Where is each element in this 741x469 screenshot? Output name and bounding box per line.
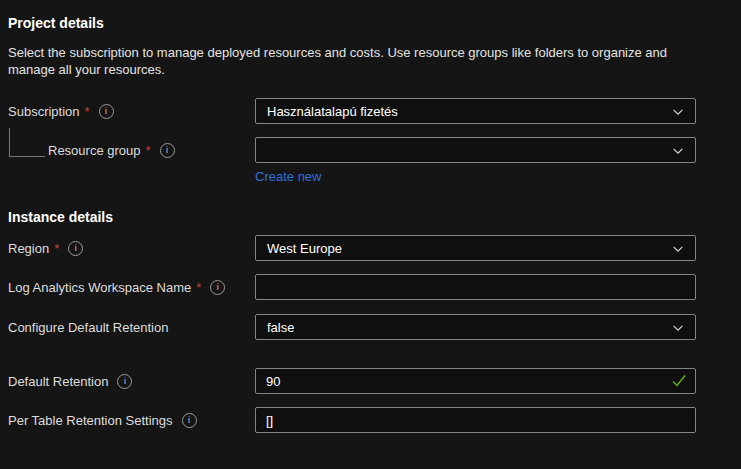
info-icon[interactable]: i xyxy=(117,374,132,389)
chevron-down-icon xyxy=(671,144,685,158)
resource-group-dropdown[interactable] xyxy=(255,137,696,163)
region-dropdown[interactable]: West Europe xyxy=(255,235,696,261)
default-retention-label: Default Retention xyxy=(8,374,108,389)
info-icon[interactable]: i xyxy=(99,104,114,119)
configure-default-retention-dropdown[interactable]: false xyxy=(255,314,696,340)
tree-connector xyxy=(9,128,45,157)
default-retention-input[interactable] xyxy=(255,368,696,394)
create-new-row: Create new xyxy=(255,167,741,185)
chevron-down-icon xyxy=(671,242,685,256)
chevron-down-icon xyxy=(671,105,685,119)
field-row-default-retention: Default Retention i xyxy=(8,368,741,394)
per-table-retention-input-wrap xyxy=(255,407,696,433)
workspace-name-input-wrap xyxy=(255,274,696,300)
required-asterisk: * xyxy=(54,241,59,256)
subscription-label: Subscription xyxy=(8,104,80,119)
info-icon-glyph: i xyxy=(75,242,77,255)
field-row-workspace-name: Log Analytics Workspace Name * i xyxy=(8,274,741,300)
info-icon-glyph: i xyxy=(105,105,107,118)
configure-default-retention-label: Configure Default Retention xyxy=(8,320,168,335)
info-icon-glyph: i xyxy=(124,375,126,388)
resource-group-label: Resource group xyxy=(48,143,141,158)
configure-default-retention-label-cell: Configure Default Retention xyxy=(8,320,255,335)
info-icon-glyph: i xyxy=(217,281,219,294)
subscription-label-cell: Subscription * i xyxy=(8,104,255,119)
default-retention-label-cell: Default Retention i xyxy=(8,374,255,389)
per-table-retention-input[interactable] xyxy=(255,407,696,433)
workspace-name-label: Log Analytics Workspace Name xyxy=(8,280,191,295)
project-details-description: Select the subscription to manage deploy… xyxy=(8,44,676,78)
required-asterisk: * xyxy=(85,104,90,119)
subscription-dropdown[interactable]: Használatalapú fizetés xyxy=(255,98,696,124)
info-icon[interactable]: i xyxy=(68,241,83,256)
region-dropdown-value: West Europe xyxy=(256,241,342,256)
workspace-name-label-cell: Log Analytics Workspace Name * i xyxy=(8,280,255,295)
info-icon-glyph: i xyxy=(166,144,168,157)
required-asterisk: * xyxy=(196,280,201,295)
info-icon-glyph: i xyxy=(188,414,190,427)
field-row-resource-group: Resource group * i xyxy=(8,137,741,163)
configure-default-retention-dropdown-value: false xyxy=(256,320,294,335)
create-new-link[interactable]: Create new xyxy=(255,169,321,184)
form-panel: Project details Select the subscription … xyxy=(0,0,741,469)
field-row-configure-default-retention: Configure Default Retention false xyxy=(8,314,741,340)
info-icon[interactable]: i xyxy=(182,413,197,428)
instance-details-heading: Instance details xyxy=(8,209,741,226)
subscription-dropdown-value: Használatalapú fizetés xyxy=(256,104,398,119)
field-row-subscription: Subscription * i Használatalapú fizetés xyxy=(8,98,741,124)
per-table-retention-label: Per Table Retention Settings xyxy=(8,413,173,428)
field-row-region: Region * i West Europe xyxy=(8,235,741,261)
chevron-down-icon xyxy=(671,321,685,335)
info-icon[interactable]: i xyxy=(160,143,175,158)
info-icon[interactable]: i xyxy=(210,280,225,295)
region-label: Region xyxy=(8,241,49,256)
field-row-per-table-retention: Per Table Retention Settings i xyxy=(8,407,741,433)
default-retention-input-wrap xyxy=(255,368,696,394)
resource-group-label-cell: Resource group * i xyxy=(8,143,255,158)
project-details-heading: Project details xyxy=(8,15,741,32)
per-table-retention-label-cell: Per Table Retention Settings i xyxy=(8,413,255,428)
required-asterisk: * xyxy=(146,143,151,158)
region-label-cell: Region * i xyxy=(8,241,255,256)
workspace-name-input[interactable] xyxy=(255,274,696,300)
